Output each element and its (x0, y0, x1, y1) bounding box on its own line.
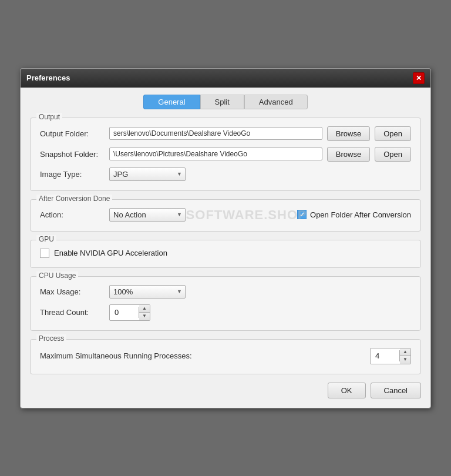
output-folder-label: Output Folder: (40, 129, 105, 138)
ok-button[interactable]: OK (328, 383, 366, 398)
gpu-section: GPU Enable NVIDIA GPU Acceleration (30, 240, 421, 268)
max-processes-up[interactable]: ▲ (400, 348, 410, 356)
thread-count-spinbox: 0 ▲ ▼ (109, 304, 150, 321)
max-usage-label: Max Usage: (40, 287, 105, 296)
open-folder-row: Open Folder After Conversion (297, 210, 411, 219)
image-type-row: Image Type: JPG PNG BMP (40, 167, 411, 181)
close-button[interactable]: ✕ (413, 72, 425, 84)
tab-advanced[interactable]: Advanced (244, 95, 308, 109)
max-usage-select-wrapper: 100% 75% 50% 25% (109, 285, 186, 299)
image-type-select-wrapper: JPG PNG BMP (109, 167, 186, 181)
cpu-legend: CPU Usage (36, 271, 78, 280)
max-processes-arrows: ▲ ▼ (400, 348, 410, 364)
snapshot-open-button[interactable]: Open (375, 147, 411, 162)
cancel-button[interactable]: Cancel (371, 383, 421, 398)
window-title: Preferences (26, 73, 70, 82)
process-section: Process Maximum Simultaneous Running Pro… (30, 339, 421, 374)
action-left: Action: No Action Shutdown Hibernate (40, 208, 186, 222)
thread-count-up[interactable]: ▲ (139, 305, 150, 313)
max-processes-label: Maximum Simultaneous Running Processes: (40, 351, 361, 360)
footer-buttons: OK Cancel (30, 383, 421, 398)
gpu-legend: GPU (36, 235, 56, 243)
gpu-checkbox-label: Enable NVIDIA GPU Acceleration (54, 249, 167, 257)
max-usage-select[interactable]: 100% 75% 50% 25% (109, 285, 186, 299)
image-type-label: Image Type: (40, 170, 105, 179)
process-legend: Process (36, 334, 66, 343)
cpu-section: CPU Usage Max Usage: 100% 75% 50% 25% Th… (30, 276, 421, 331)
thread-count-down[interactable]: ▼ (139, 313, 150, 320)
gpu-checkbox-row: Enable NVIDIA GPU Acceleration (40, 249, 411, 258)
snapshot-browse-button[interactable]: Browse (327, 147, 370, 162)
after-conversion-section: After Conversion Done © THESOFTWARE.SHOP… (30, 199, 421, 232)
output-browse-button[interactable]: Browse (327, 126, 370, 141)
image-type-select[interactable]: JPG PNG BMP (109, 167, 186, 181)
window-content: General Split Advanced Output Output Fol… (21, 88, 430, 408)
gpu-checkbox[interactable] (40, 249, 49, 258)
snapshot-folder-label: Snapshot Folder: (40, 150, 105, 159)
action-label: Action: (40, 210, 105, 219)
action-row: Action: No Action Shutdown Hibernate Ope… (40, 208, 411, 222)
thread-count-label: Thread Count: (40, 308, 105, 317)
open-folder-checkbox[interactable] (297, 210, 307, 219)
tab-general[interactable]: General (143, 95, 200, 109)
thread-count-value: 0 (110, 307, 139, 318)
max-processes-value: 4 (371, 350, 400, 361)
max-processes-down[interactable]: ▼ (400, 356, 410, 364)
output-folder-input[interactable]: sers\lenovo\Documents\Dealshare VideoGo (109, 127, 322, 140)
open-folder-label: Open Folder After Conversion (310, 210, 411, 219)
snapshot-folder-row: Snapshot Folder: \Users\lenovo\Pictures\… (40, 147, 411, 162)
thread-count-arrows: ▲ ▼ (139, 305, 150, 320)
max-processes-row: Maximum Simultaneous Running Processes: … (40, 348, 411, 364)
output-legend: Output (36, 113, 62, 121)
snapshot-folder-input[interactable]: \Users\lenovo\Pictures\Dealshare VideoGo (109, 148, 322, 160)
output-open-button[interactable]: Open (375, 126, 411, 141)
title-bar: Preferences ✕ (21, 69, 430, 88)
output-folder-row: Output Folder: sers\lenovo\Documents\Dea… (40, 126, 411, 141)
preferences-window: Preferences ✕ General Split Advanced Out… (20, 68, 431, 408)
thread-count-row: Thread Count: 0 ▲ ▼ (40, 304, 411, 321)
tab-bar: General Split Advanced (30, 95, 421, 109)
tab-split[interactable]: Split (200, 95, 244, 109)
action-select[interactable]: No Action Shutdown Hibernate (109, 208, 186, 222)
output-section: Output Output Folder: sers\lenovo\Docume… (30, 118, 421, 191)
max-usage-row: Max Usage: 100% 75% 50% 25% (40, 285, 411, 299)
max-processes-spinbox: 4 ▲ ▼ (370, 348, 411, 364)
after-conversion-legend: After Conversion Done (36, 195, 112, 203)
action-select-wrapper: No Action Shutdown Hibernate (109, 208, 186, 222)
